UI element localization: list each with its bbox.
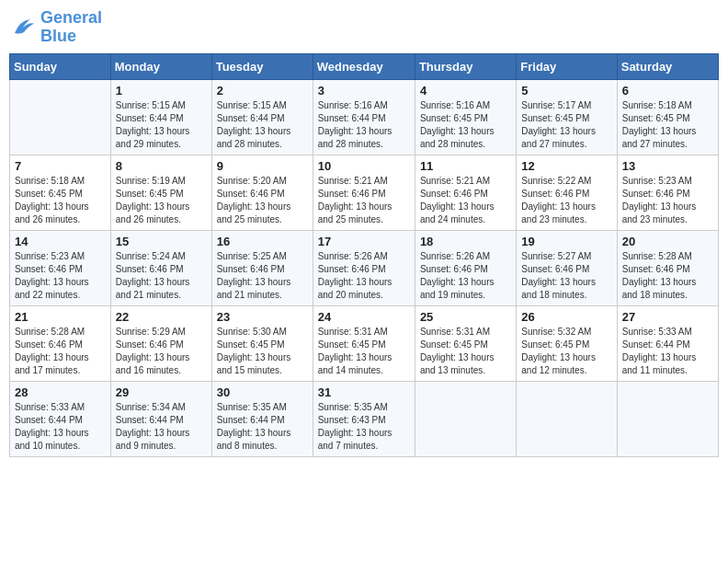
- day-info: Sunrise: 5:23 AM Sunset: 6:46 PM Dayligh…: [15, 250, 106, 302]
- day-info: Sunrise: 5:27 AM Sunset: 6:46 PM Dayligh…: [521, 250, 611, 302]
- calendar-cell: 23Sunrise: 5:30 AM Sunset: 6:45 PM Dayli…: [211, 305, 313, 381]
- day-number: 19: [521, 235, 611, 248]
- calendar-week-row: 28Sunrise: 5:33 AM Sunset: 6:44 PM Dayli…: [10, 381, 719, 456]
- logo-icon: [9, 14, 37, 41]
- day-number: 13: [622, 159, 713, 173]
- logo: General Blue: [9, 9, 102, 46]
- day-number: 18: [420, 235, 511, 248]
- day-number: 10: [318, 159, 410, 173]
- weekday-header: Saturday: [617, 53, 718, 79]
- calendar-body: 1Sunrise: 5:15 AM Sunset: 6:44 PM Daylig…: [10, 79, 719, 456]
- calendar-cell: 24Sunrise: 5:31 AM Sunset: 6:45 PM Dayli…: [313, 305, 415, 381]
- day-number: 9: [217, 159, 308, 173]
- calendar-cell: [517, 381, 617, 456]
- day-info: Sunrise: 5:28 AM Sunset: 6:46 PM Dayligh…: [15, 326, 106, 377]
- day-info: Sunrise: 5:35 AM Sunset: 6:43 PM Dayligh…: [318, 401, 410, 453]
- calendar-cell: 31Sunrise: 5:35 AM Sunset: 6:43 PM Dayli…: [313, 381, 415, 456]
- weekday-header: Tuesday: [211, 53, 313, 79]
- day-number: 6: [622, 84, 713, 98]
- weekday-header: Monday: [110, 53, 211, 79]
- calendar-week-row: 7Sunrise: 5:18 AM Sunset: 6:45 PM Daylig…: [10, 155, 719, 230]
- weekday-header: Thursday: [415, 53, 516, 79]
- calendar-cell: 13Sunrise: 5:23 AM Sunset: 6:46 PM Dayli…: [617, 155, 718, 230]
- calendar-cell: 8Sunrise: 5:19 AM Sunset: 6:45 PM Daylig…: [110, 155, 211, 230]
- day-info: Sunrise: 5:18 AM Sunset: 6:45 PM Dayligh…: [15, 175, 106, 226]
- day-number: 24: [318, 310, 410, 324]
- day-number: 22: [116, 310, 207, 324]
- day-number: 29: [116, 385, 207, 399]
- day-number: 12: [521, 159, 611, 173]
- calendar-cell: 17Sunrise: 5:26 AM Sunset: 6:46 PM Dayli…: [313, 230, 415, 305]
- calendar-cell: 9Sunrise: 5:20 AM Sunset: 6:46 PM Daylig…: [211, 155, 313, 230]
- day-info: Sunrise: 5:16 AM Sunset: 6:45 PM Dayligh…: [420, 99, 511, 151]
- day-number: 4: [420, 84, 511, 98]
- day-number: 1: [116, 84, 207, 98]
- calendar-cell: [10, 79, 111, 155]
- calendar-cell: 2Sunrise: 5:15 AM Sunset: 6:44 PM Daylig…: [211, 79, 313, 155]
- calendar-cell: 20Sunrise: 5:28 AM Sunset: 6:46 PM Dayli…: [617, 230, 718, 305]
- calendar-cell: [617, 381, 718, 456]
- calendar-cell: 30Sunrise: 5:35 AM Sunset: 6:44 PM Dayli…: [211, 381, 313, 456]
- calendar-cell: [415, 381, 516, 456]
- day-number: 3: [318, 84, 410, 98]
- day-info: Sunrise: 5:29 AM Sunset: 6:46 PM Dayligh…: [116, 326, 207, 377]
- day-number: 27: [622, 310, 713, 324]
- day-info: Sunrise: 5:33 AM Sunset: 6:44 PM Dayligh…: [622, 326, 713, 377]
- day-number: 2: [217, 84, 308, 98]
- calendar-cell: 1Sunrise: 5:15 AM Sunset: 6:44 PM Daylig…: [110, 79, 211, 155]
- calendar-week-row: 1Sunrise: 5:15 AM Sunset: 6:44 PM Daylig…: [10, 79, 719, 155]
- calendar-cell: 3Sunrise: 5:16 AM Sunset: 6:44 PM Daylig…: [313, 79, 415, 155]
- day-info: Sunrise: 5:15 AM Sunset: 6:44 PM Dayligh…: [217, 99, 308, 151]
- day-info: Sunrise: 5:20 AM Sunset: 6:46 PM Dayligh…: [217, 175, 308, 226]
- day-info: Sunrise: 5:21 AM Sunset: 6:46 PM Dayligh…: [318, 175, 410, 226]
- calendar-cell: 27Sunrise: 5:33 AM Sunset: 6:44 PM Dayli…: [617, 305, 718, 381]
- calendar-week-row: 14Sunrise: 5:23 AM Sunset: 6:46 PM Dayli…: [10, 230, 719, 305]
- day-number: 31: [318, 385, 410, 399]
- day-number: 7: [15, 159, 106, 173]
- day-number: 21: [15, 310, 106, 324]
- day-number: 14: [15, 235, 106, 248]
- calendar-cell: 28Sunrise: 5:33 AM Sunset: 6:44 PM Dayli…: [10, 381, 111, 456]
- day-number: 15: [116, 235, 207, 248]
- weekday-header: Sunday: [10, 53, 111, 79]
- day-info: Sunrise: 5:16 AM Sunset: 6:44 PM Dayligh…: [318, 99, 410, 151]
- day-info: Sunrise: 5:24 AM Sunset: 6:46 PM Dayligh…: [116, 250, 207, 302]
- calendar-cell: 19Sunrise: 5:27 AM Sunset: 6:46 PM Dayli…: [517, 230, 617, 305]
- calendar-cell: 14Sunrise: 5:23 AM Sunset: 6:46 PM Dayli…: [10, 230, 111, 305]
- calendar-week-row: 21Sunrise: 5:28 AM Sunset: 6:46 PM Dayli…: [10, 305, 719, 381]
- day-info: Sunrise: 5:15 AM Sunset: 6:44 PM Dayligh…: [116, 99, 207, 151]
- day-info: Sunrise: 5:22 AM Sunset: 6:46 PM Dayligh…: [521, 175, 611, 226]
- calendar-cell: 5Sunrise: 5:17 AM Sunset: 6:45 PM Daylig…: [517, 79, 617, 155]
- calendar-cell: 11Sunrise: 5:21 AM Sunset: 6:46 PM Dayli…: [415, 155, 516, 230]
- day-info: Sunrise: 5:31 AM Sunset: 6:45 PM Dayligh…: [420, 326, 511, 377]
- day-info: Sunrise: 5:18 AM Sunset: 6:45 PM Dayligh…: [622, 99, 713, 151]
- day-number: 20: [622, 235, 713, 248]
- day-number: 28: [15, 385, 106, 399]
- day-number: 23: [217, 310, 308, 324]
- day-number: 25: [420, 310, 511, 324]
- calendar-cell: 16Sunrise: 5:25 AM Sunset: 6:46 PM Dayli…: [211, 230, 313, 305]
- day-info: Sunrise: 5:28 AM Sunset: 6:46 PM Dayligh…: [622, 250, 713, 302]
- day-number: 17: [318, 235, 410, 248]
- calendar-cell: 18Sunrise: 5:26 AM Sunset: 6:46 PM Dayli…: [415, 230, 516, 305]
- day-info: Sunrise: 5:30 AM Sunset: 6:45 PM Dayligh…: [217, 326, 308, 377]
- day-number: 26: [521, 310, 611, 324]
- weekday-header: Friday: [517, 53, 617, 79]
- day-info: Sunrise: 5:26 AM Sunset: 6:46 PM Dayligh…: [420, 250, 511, 302]
- day-number: 30: [217, 385, 308, 399]
- page-header: General Blue: [9, 9, 719, 46]
- day-number: 11: [420, 159, 511, 173]
- calendar-cell: 10Sunrise: 5:21 AM Sunset: 6:46 PM Dayli…: [313, 155, 415, 230]
- day-info: Sunrise: 5:25 AM Sunset: 6:46 PM Dayligh…: [217, 250, 308, 302]
- day-info: Sunrise: 5:19 AM Sunset: 6:45 PM Dayligh…: [116, 175, 207, 226]
- day-info: Sunrise: 5:32 AM Sunset: 6:45 PM Dayligh…: [521, 326, 611, 377]
- calendar-cell: 12Sunrise: 5:22 AM Sunset: 6:46 PM Dayli…: [517, 155, 617, 230]
- calendar-table: SundayMondayTuesdayWednesdayThursdayFrid…: [9, 53, 719, 457]
- calendar-cell: 6Sunrise: 5:18 AM Sunset: 6:45 PM Daylig…: [617, 79, 718, 155]
- calendar-cell: 15Sunrise: 5:24 AM Sunset: 6:46 PM Dayli…: [110, 230, 211, 305]
- calendar-cell: 29Sunrise: 5:34 AM Sunset: 6:44 PM Dayli…: [110, 381, 211, 456]
- day-info: Sunrise: 5:23 AM Sunset: 6:46 PM Dayligh…: [622, 175, 713, 226]
- day-number: 5: [521, 84, 611, 98]
- calendar-cell: 4Sunrise: 5:16 AM Sunset: 6:45 PM Daylig…: [415, 79, 516, 155]
- day-number: 16: [217, 235, 308, 248]
